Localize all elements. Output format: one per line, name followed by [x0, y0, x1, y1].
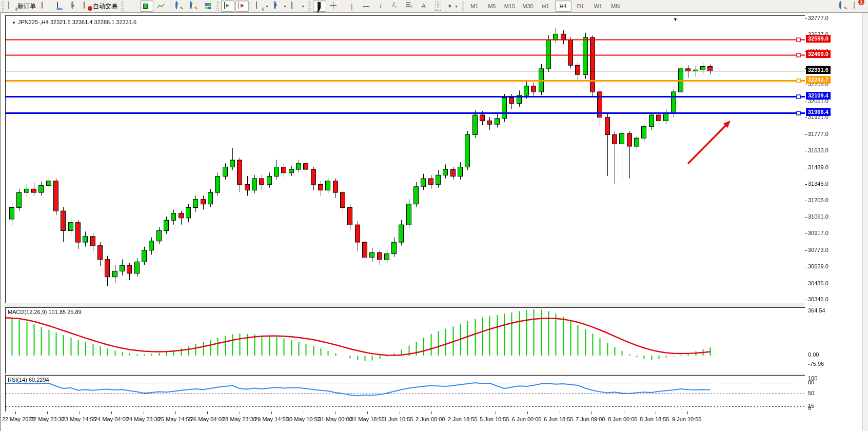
macd-axis-label: 0.00: [808, 351, 819, 358]
new-order-button[interactable]: 新订单: [6, 1, 37, 12]
quotes-button[interactable]: [38, 1, 52, 12]
price-line-tag: 32469.0: [806, 50, 831, 58]
autotrade-button[interactable]: 自动交易: [82, 1, 119, 12]
clock-icon: [273, 2, 281, 10]
timeframe-mn-button[interactable]: MN: [607, 1, 624, 12]
rsi-chart-canvas[interactable]: [6, 376, 805, 412]
time-axis-label: 8 Jun 00:00: [608, 416, 638, 422]
price-axis-label: 31633.0: [808, 147, 828, 153]
auto-scroll-icon: [224, 2, 232, 10]
zoom-in-icon: +: [175, 2, 183, 10]
text-label-button[interactable]: T: [431, 1, 445, 12]
vertical-line-button[interactable]: |: [345, 1, 359, 12]
toolbar-grip[interactable]: [216, 2, 219, 11]
fibonacci-button[interactable]: ☰F: [403, 1, 416, 12]
time-tick-mark: [560, 412, 560, 414]
chart-shift-marker[interactable]: ▼: [673, 17, 678, 22]
crosshair-button[interactable]: [327, 1, 341, 12]
time-tick-mark: [271, 412, 272, 414]
line-chart-icon: [157, 3, 165, 9]
toolbar-grip[interactable]: [308, 2, 311, 11]
price-axis-label: 31345.0: [808, 181, 828, 187]
dropdown-arrow-icon: ▼: [265, 5, 269, 8]
signals-button[interactable]: [67, 1, 81, 12]
price-line-tag: 32331.6: [806, 66, 831, 74]
time-tick-mark: [111, 412, 112, 414]
notifications-button[interactable]: 1: [851, 1, 864, 12]
time-tick-mark: [656, 412, 656, 414]
axis-tick-mark: [805, 102, 807, 102]
bar-chart-button[interactable]: [126, 1, 139, 12]
price-chart-canvas[interactable]: [6, 16, 805, 303]
tile-windows-button[interactable]: [201, 1, 214, 12]
main-toolbar: 新订单 自动交易 + − ▼ ▼ ▼ | — / ⫽E ☰F A T ✦▼ M1…: [0, 0, 868, 13]
time-axis[interactable]: 22 May 202322 May 23:3023 May 14:5524 Ma…: [1, 412, 862, 431]
price-axis[interactable]: 32777.032637.032493.032349.032205.032061…: [805, 15, 862, 304]
candlestick-icon: [143, 2, 151, 10]
search-button[interactable]: [836, 1, 850, 12]
time-tick-mark: [240, 412, 240, 414]
trendline-icon: /: [380, 2, 381, 10]
indicators-button[interactable]: ▼: [253, 1, 270, 12]
text-label-icon: T: [435, 2, 441, 11]
line-chart-button[interactable]: [154, 1, 168, 12]
toolbar-grip[interactable]: [462, 2, 464, 11]
timeframe-m30-button[interactable]: M30: [519, 1, 536, 12]
autotrade-icon: [83, 2, 91, 10]
dropdown-arrow-icon: ▼: [283, 5, 287, 8]
toolbar-grip[interactable]: [121, 2, 124, 11]
gold-bar-icon: [41, 2, 49, 10]
timeframe-m15-button[interactable]: M15: [501, 1, 518, 12]
timeframe-h1-button[interactable]: H1: [538, 1, 554, 12]
time-axis-label: 2 Jun 18:55: [448, 416, 478, 422]
rsi-axis-label: 80: [808, 379, 814, 385]
periods-button[interactable]: ▼: [271, 1, 288, 12]
time-tick-mark: [304, 412, 304, 414]
time-axis-label: 24 May 23:30: [126, 416, 161, 422]
chart-window: ▼JPN225-,H4 32321.5 32361.4 32286.1 3233…: [0, 13, 868, 431]
cursor-button[interactable]: [313, 1, 326, 12]
timeframe-d1-button[interactable]: D1: [573, 1, 589, 12]
auto-scroll-button[interactable]: [221, 1, 234, 12]
templates-button[interactable]: ▼: [289, 1, 306, 12]
timeframe-m1-button[interactable]: M1: [466, 1, 483, 12]
price-axis-label: 31489.0: [808, 164, 828, 170]
time-axis-label: 2 Jun 00:00: [416, 416, 445, 422]
axis-tick-mark: [805, 284, 807, 284]
horizontal-line-icon: —: [363, 2, 369, 10]
zoom-out-button[interactable]: −: [187, 1, 200, 12]
chart-shift-button[interactable]: [235, 1, 249, 12]
zoom-out-icon: −: [189, 2, 198, 10]
arrows-button[interactable]: ✦▼: [446, 1, 460, 12]
rsi-label: RSI(14) 60.2294: [8, 377, 49, 383]
price-axis-label: 30345.0: [808, 296, 828, 302]
time-tick-mark: [624, 412, 624, 414]
text-button[interactable]: A: [417, 1, 430, 12]
mt4-terminal: { "toolbar": { "new_order_label": "新订单",…: [0, 0, 868, 431]
vertical-scrollbar[interactable]: [862, 13, 868, 431]
symbol-dropdown-icon[interactable]: ▼: [12, 21, 16, 25]
timeframe-w1-button[interactable]: W1: [590, 1, 606, 12]
zoom-in-button[interactable]: +: [172, 1, 186, 12]
time-tick-mark: [80, 412, 80, 414]
time-tick-mark: [175, 412, 176, 414]
axis-tick-mark: [805, 201, 807, 201]
candlestick-chart-button[interactable]: [140, 1, 153, 12]
timeframe-h4-button[interactable]: H4: [555, 1, 571, 12]
market-watch-button[interactable]: [53, 1, 66, 12]
trendline-button[interactable]: /: [374, 1, 387, 12]
toolbar-grip[interactable]: [2, 2, 4, 11]
time-axis-label: 6 Jun 00:00: [512, 416, 542, 422]
macd-chart-canvas[interactable]: [6, 308, 805, 374]
new-order-label: 新订单: [17, 2, 36, 11]
macd-axis[interactable]: 364.540.00-75.96: [805, 307, 862, 374]
time-axis-label: 25 May 14:55: [158, 416, 192, 422]
channel-button[interactable]: ⫽E: [388, 1, 402, 12]
rsi-axis[interactable]: 1008050150: [805, 375, 862, 412]
time-tick-mark: [496, 412, 496, 414]
price-axis-label: 31205.0: [808, 197, 828, 203]
panel-separator[interactable]: [5, 303, 805, 307]
timeframe-m5-button[interactable]: M5: [484, 1, 500, 12]
horizontal-line-button[interactable]: —: [360, 1, 373, 12]
time-axis-label: 28 May 23:30: [222, 416, 257, 422]
